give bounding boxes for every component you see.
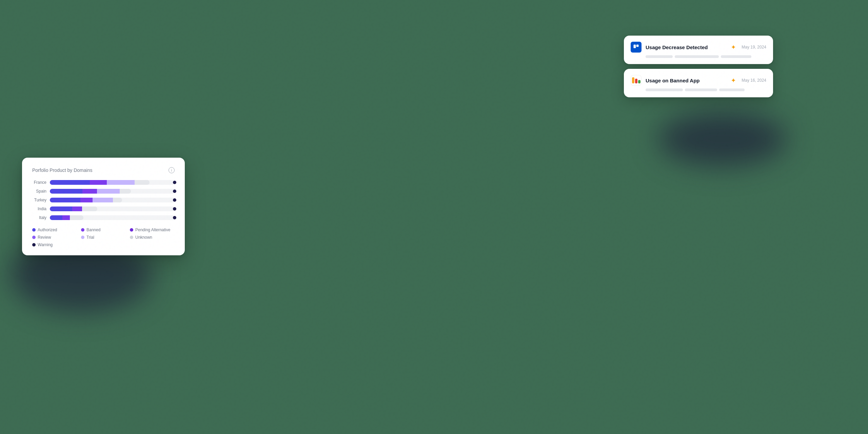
legend-label: Warning: [38, 242, 53, 247]
list-item: Pending Alternative: [130, 228, 175, 232]
skeleton-bar: [721, 55, 751, 58]
notification-title: Usage on Banned App: [646, 78, 726, 83]
info-icon[interactable]: i: [169, 167, 175, 173]
legend-label: Banned: [86, 228, 100, 232]
notification-card[interactable]: Usage on Banned App ✦ May 16, 2024: [624, 69, 773, 97]
chart-legend: Authorized Banned Pending Alternative Re…: [32, 228, 175, 247]
bar-container: [50, 180, 175, 185]
notification-skeleton-bars: [631, 55, 766, 58]
list-item: Authorized: [32, 228, 77, 232]
row-label: India: [32, 206, 46, 211]
list-item: Review: [32, 235, 77, 240]
notification-skeleton-bars: [631, 88, 766, 91]
trial-dot: [81, 236, 84, 239]
warning-dot: [32, 243, 36, 246]
review-dot: [32, 236, 36, 239]
table-row: India: [32, 206, 175, 211]
card-header: Porfolio Product by Domains i: [32, 167, 175, 173]
bar-container: [50, 215, 175, 220]
table-row: France: [32, 180, 175, 185]
list-item: Banned: [81, 228, 126, 232]
row-label: Spain: [32, 189, 46, 194]
card-title: Porfolio Product by Domains: [32, 167, 92, 173]
notification-date: May 16, 2024: [742, 78, 766, 83]
notification-header: Usage on Banned App ✦ May 16, 2024: [631, 75, 766, 86]
row-label: France: [32, 180, 46, 185]
authorized-dot: [32, 228, 36, 232]
monday-app-icon: [631, 75, 642, 86]
row-label: Italy: [32, 215, 46, 220]
skeleton-bar: [685, 88, 717, 91]
skeleton-bar: [646, 55, 673, 58]
table-row: Spain: [32, 189, 175, 194]
portfolio-card: Porfolio Product by Domains i France Spa…: [22, 158, 185, 255]
list-item: Warning: [32, 242, 77, 247]
bar-chart: France Spain: [32, 180, 175, 220]
notification-title: Usage Decrease Detected: [646, 44, 726, 50]
bar-container: [50, 206, 175, 211]
notifications-area: Usage Decrease Detected ✦ May 19, 2024 U…: [624, 36, 773, 97]
banned-dot: [81, 228, 84, 232]
svg-rect-1: [636, 45, 639, 47]
unknown-dot: [130, 236, 133, 239]
svg-rect-0: [634, 45, 636, 48]
bar-container: [50, 198, 175, 202]
skeleton-bar: [675, 55, 719, 58]
legend-label: Pending Alternative: [135, 228, 170, 232]
notification-card[interactable]: Usage Decrease Detected ✦ May 19, 2024: [624, 36, 773, 64]
notification-header: Usage Decrease Detected ✦ May 19, 2024: [631, 42, 766, 53]
row-label: Turkey: [32, 198, 46, 202]
legend-label: Review: [38, 235, 51, 240]
notification-badge: ✦: [730, 44, 736, 50]
bar-container: [50, 189, 175, 194]
table-row: Turkey: [32, 198, 175, 202]
table-row: Italy: [32, 215, 175, 220]
notification-badge: ✦: [730, 77, 736, 83]
legend-label: Unknown: [135, 235, 152, 240]
legend-label: Trial: [86, 235, 94, 240]
notification-date: May 19, 2024: [742, 45, 766, 50]
list-item: Unknown: [130, 235, 175, 240]
skeleton-bar: [719, 88, 745, 91]
pending-dot: [130, 228, 133, 232]
shadow-decoration-2: [658, 112, 787, 166]
list-item: Trial: [81, 235, 126, 240]
trello-app-icon: [631, 42, 642, 53]
legend-label: Authorized: [38, 228, 57, 232]
skeleton-bar: [646, 88, 683, 91]
